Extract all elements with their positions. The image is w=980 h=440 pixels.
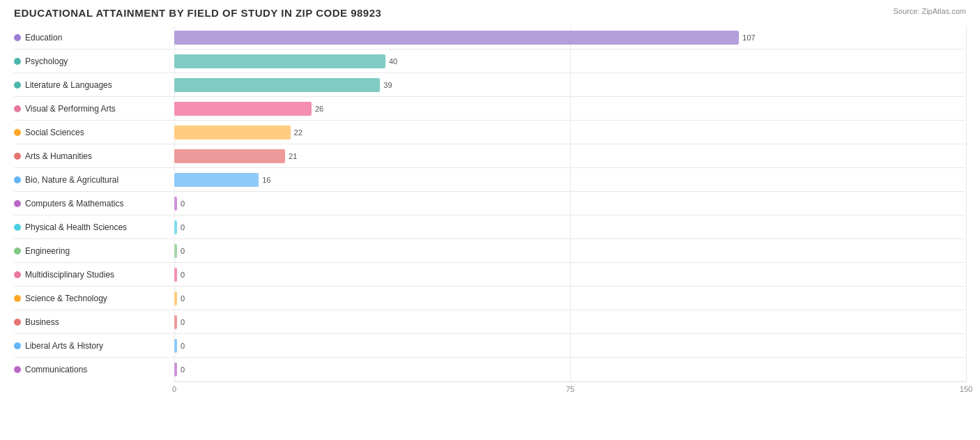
bar-fill [174,244,177,258]
bar-row: Arts & Humanities21 [14,144,966,168]
label-dot [14,271,21,278]
bar-label: Business [14,317,174,327]
bar-label-text: Multidisciplinary Studies [25,270,114,280]
label-dot [14,176,21,183]
bar-value: 0 [181,247,185,255]
bar-area: 22 [174,121,966,144]
bar-fill [174,102,312,116]
bar-value: 16 [262,176,270,184]
bar-value: 107 [742,33,755,42]
label-dot [14,224,21,231]
bar-fill [174,78,380,92]
label-dot [14,319,21,326]
bar-label-text: Physical & Health Sciences [25,222,127,232]
grid-line [966,358,967,381]
bar-area: 21 [174,144,966,167]
label-dot [14,34,21,41]
bar-value: 21 [289,152,297,160]
source-label: Source: ZipAtlas.com [893,7,966,15]
label-dot [14,82,21,89]
bar-label: Arts & Humanities [14,151,174,161]
bar-label: Literature & Languages [14,80,174,90]
bar-fill [174,149,285,163]
label-dot [14,129,21,136]
bar-value: 22 [294,128,303,137]
bar-area: 26 [174,97,966,120]
bar-label: Psychology [14,56,174,66]
bar-value: 0 [181,271,185,279]
chart-title: EDUCATIONAL ATTAINMENT BY FIELD OF STUDY… [14,7,381,19]
grid-line [966,97,967,120]
grid-line [966,215,967,238]
bar-value: 40 [389,57,397,66]
bar-label: Liberal Arts & History [14,341,174,351]
bar-label: Social Sciences [14,128,174,137]
x-axis-line [174,381,966,382]
label-dot [14,153,21,160]
bar-fill [174,315,177,329]
bar-row: Visual & Performing Arts26 [14,97,966,121]
bar-row: Computers & Mathematics0 [14,192,966,215]
grid-line [966,287,967,310]
bar-row: Social Sciences22 [14,121,966,144]
bar-row: Business0 [14,310,966,334]
bar-row: Physical & Health Sciences0 [14,215,966,239]
bar-area: 0 [174,239,966,262]
bar-area: 107 [174,26,966,49]
bar-label-text: Visual & Performing Arts [25,104,116,114]
bar-label: Bio, Nature & Agricultural [14,175,174,185]
bar-label-text: Arts & Humanities [25,151,92,161]
bar-fill [174,31,739,45]
grid-line [966,50,967,73]
bar-area: 0 [174,358,966,381]
bar-label: Multidisciplinary Studies [14,270,174,280]
bar-row: Literature & Languages39 [14,73,966,97]
bar-fill [174,291,177,305]
x-tick: 150 [960,385,972,393]
grid-line [966,26,967,49]
bar-row: Liberal Arts & History0 [14,334,966,358]
bar-fill [174,339,177,353]
bar-fill [174,54,385,68]
bar-label-text: Computers & Mathematics [25,199,123,208]
bar-value: 0 [181,365,185,374]
label-dot [14,248,21,255]
bar-value: 0 [181,318,185,326]
label-dot [14,200,21,207]
grid-line [966,310,967,333]
bar-label: Computers & Mathematics [14,199,174,208]
bar-label-text: Bio, Nature & Agricultural [25,175,118,185]
chart-container: Education107Psychology40Literature & Lan… [14,26,966,381]
bar-row: Psychology40 [14,50,966,73]
bar-label: Communications [14,365,174,374]
grid-line [966,263,967,286]
bar-fill [174,220,177,234]
x-axis: 075150 [174,385,966,399]
bar-row: Multidisciplinary Studies0 [14,263,966,287]
bar-area: 16 [174,168,966,191]
bar-fill [174,126,291,139]
bar-area: 0 [174,287,966,310]
bar-label: Physical & Health Sciences [14,222,174,232]
grid-line [966,144,967,167]
label-dot [14,342,21,349]
bar-fill [174,363,177,377]
bar-label: Education [14,33,174,43]
bar-area: 0 [174,192,966,215]
x-tick: 75 [566,385,574,393]
bar-label-text: Education [25,33,62,43]
bar-value: 0 [181,294,185,303]
bar-row: Education107 [14,26,966,50]
bar-value: 0 [181,223,185,232]
bar-label-text: Engineering [25,246,70,256]
bar-label-text: Communications [25,365,87,374]
bar-area: 0 [174,215,966,238]
grid-line [966,192,967,215]
label-dot [14,295,21,302]
bar-area: 40 [174,50,966,73]
bar-fill [174,197,177,211]
bar-label-text: Psychology [25,56,68,66]
bar-area: 0 [174,334,966,357]
bar-label-text: Social Sciences [25,128,84,137]
bar-fill [174,268,177,282]
